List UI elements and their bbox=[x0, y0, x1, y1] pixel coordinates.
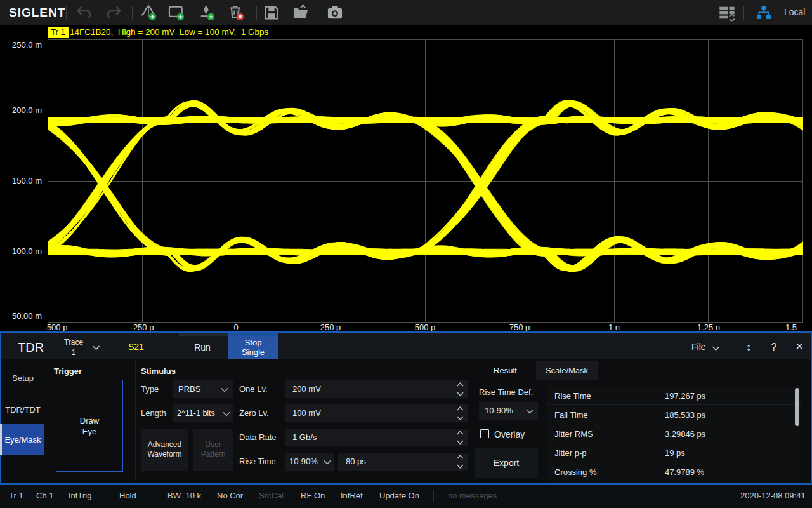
status-correction: No Cor bbox=[217, 491, 243, 500]
save-icon[interactable] bbox=[263, 4, 280, 22]
redo-icon[interactable] bbox=[105, 4, 123, 22]
table-row: Jitter p-p 19 ps bbox=[547, 443, 801, 462]
table-row: Fall Time 185.533 ps bbox=[547, 405, 801, 424]
status-separator bbox=[433, 490, 434, 502]
eye-diagram-canvas bbox=[48, 39, 803, 323]
result-rise-def-select[interactable]: 10-90% bbox=[479, 402, 538, 420]
memory-trace-icon[interactable] bbox=[718, 4, 736, 22]
sparam-label[interactable]: S21 bbox=[128, 342, 144, 352]
trigger-group-title: Trigger bbox=[54, 366, 82, 376]
spin-down-icon[interactable] bbox=[457, 464, 464, 469]
status-bandwidth: BW=10 k bbox=[167, 491, 201, 500]
rise-time-value: 80 ps bbox=[346, 453, 366, 471]
stop-single-button[interactable]: Stop Single bbox=[228, 336, 278, 359]
row-label: Rise Time bbox=[554, 391, 591, 400]
user-pattern-button[interactable]: User Pattern bbox=[193, 429, 233, 471]
add-marker-icon[interactable] bbox=[198, 4, 216, 22]
rise-time-def-value: 10-90% bbox=[289, 453, 318, 471]
toolbar-separator bbox=[256, 6, 257, 20]
spin-up-icon[interactable] bbox=[457, 431, 464, 435]
x-tick: 1 n bbox=[608, 323, 620, 332]
export-button[interactable]: Export bbox=[475, 448, 538, 478]
row-value: 19 ps bbox=[665, 448, 685, 457]
type-select[interactable]: PRBS bbox=[173, 380, 233, 398]
add-window-icon[interactable] bbox=[167, 4, 185, 22]
recall-icon[interactable] bbox=[292, 4, 310, 22]
x-tick: -250 p bbox=[131, 323, 154, 332]
advanced-waveform-line1: Advanced bbox=[148, 440, 181, 449]
local-label[interactable]: Local bbox=[784, 7, 805, 17]
data-rate-value: 1 Gb/s bbox=[292, 429, 317, 446]
chevron-down-icon bbox=[223, 411, 230, 417]
x-tick: 750 p bbox=[509, 323, 530, 332]
spin-down-icon[interactable] bbox=[457, 440, 464, 444]
zero-lv-spinner[interactable]: 100 mV bbox=[285, 404, 468, 422]
rise-time-spinner[interactable]: 80 ps bbox=[338, 453, 468, 471]
results-scrollbar-thumb[interactable] bbox=[795, 388, 799, 426]
row-value: 3.29846 ps bbox=[665, 429, 705, 438]
overlay-label: Overlay bbox=[494, 425, 525, 443]
close-icon[interactable]: × bbox=[790, 338, 808, 354]
network-icon[interactable] bbox=[755, 4, 773, 22]
draw-eye-button[interactable]: Draw Eye bbox=[56, 380, 123, 472]
toolbar-separator bbox=[320, 6, 320, 20]
spin-down-icon[interactable] bbox=[457, 416, 464, 420]
zero-lv-value: 100 mV bbox=[292, 404, 321, 422]
y-tick: 50.00 m bbox=[3, 311, 42, 321]
row-label: Crossing % bbox=[554, 467, 596, 476]
user-pattern-line1: User bbox=[205, 440, 221, 449]
y-tick: 100.0 m bbox=[3, 246, 42, 256]
trace-info-bar: Tr 1 14FC1B20, High = 200 mV Low = 100 m… bbox=[0, 25, 812, 39]
status-trigger: IntTrig bbox=[69, 491, 91, 500]
tab-result[interactable]: Result bbox=[475, 361, 536, 380]
selected-tab-strip bbox=[0, 424, 2, 455]
y-tick: 250.0 m bbox=[3, 40, 42, 50]
run-button[interactable]: Run bbox=[177, 336, 228, 359]
help-icon[interactable]: ? bbox=[765, 340, 783, 355]
trace-selector[interactable]: Trace 1 bbox=[60, 337, 88, 358]
file-menu[interactable]: File bbox=[691, 342, 706, 352]
rise-time-def-label: Rise Time Def. bbox=[479, 384, 533, 401]
spin-up-icon[interactable] bbox=[457, 382, 464, 387]
data-rate-spinner[interactable]: 1 Gb/s bbox=[285, 429, 468, 446]
y-tick: 150.0 m bbox=[3, 176, 42, 185]
status-channel: Ch 1 bbox=[36, 491, 53, 500]
tab-tdr-tdt[interactable]: TDR/TDT bbox=[1, 394, 44, 425]
resize-panel-icon[interactable]: ↕ bbox=[740, 340, 757, 355]
undo-icon[interactable] bbox=[75, 4, 93, 22]
screenshot-icon[interactable] bbox=[326, 4, 344, 22]
toolbar-separator bbox=[132, 6, 133, 20]
group-divider bbox=[471, 361, 471, 481]
row-value: 185.533 ps bbox=[665, 410, 705, 419]
overlay-checkbox[interactable] bbox=[480, 429, 489, 438]
trace-info-text: 14FC1B20, High = 200 mV Low = 100 mV, 1 … bbox=[70, 27, 268, 37]
x-tick: 250 p bbox=[320, 323, 341, 332]
status-datetime: 2020-12-08 09:41 bbox=[740, 491, 806, 500]
rise-time-label: Rise Time bbox=[239, 453, 276, 471]
advanced-waveform-button[interactable]: Advanced Waveform bbox=[141, 429, 188, 471]
length-value: 2^11-1 bits bbox=[177, 404, 215, 422]
toolbar-separator bbox=[743, 6, 744, 20]
rise-time-def-select[interactable]: 10-90% bbox=[285, 453, 334, 471]
header-divider bbox=[176, 336, 176, 359]
draw-eye-line1: Draw bbox=[80, 416, 99, 425]
spin-up-icon[interactable] bbox=[457, 406, 464, 411]
status-trace: Tr 1 bbox=[9, 491, 23, 500]
length-select[interactable]: 2^11-1 bits bbox=[173, 404, 233, 422]
stop-single-line1: Stop bbox=[245, 338, 262, 347]
chevron-down-icon bbox=[92, 345, 100, 351]
one-lv-spinner[interactable]: 200 mV bbox=[285, 380, 468, 398]
delete-icon[interactable] bbox=[227, 4, 245, 22]
tab-setup[interactable]: Setup bbox=[1, 362, 44, 394]
row-label: Jitter p-p bbox=[554, 448, 587, 457]
tab-scale-mask[interactable]: Scale/Mask bbox=[536, 361, 598, 380]
one-lv-label: One Lv. bbox=[239, 380, 268, 398]
data-rate-label: Data Rate bbox=[239, 429, 277, 446]
tab-eye-mask[interactable]: Eye/Mask bbox=[1, 424, 44, 455]
result-rise-def-value: 10-90% bbox=[485, 402, 513, 420]
status-separator bbox=[731, 490, 731, 502]
add-trace-icon[interactable] bbox=[140, 4, 157, 22]
spin-up-icon[interactable] bbox=[457, 455, 464, 459]
trace-badge[interactable]: Tr 1 bbox=[48, 27, 69, 38]
spin-down-icon[interactable] bbox=[457, 392, 464, 396]
